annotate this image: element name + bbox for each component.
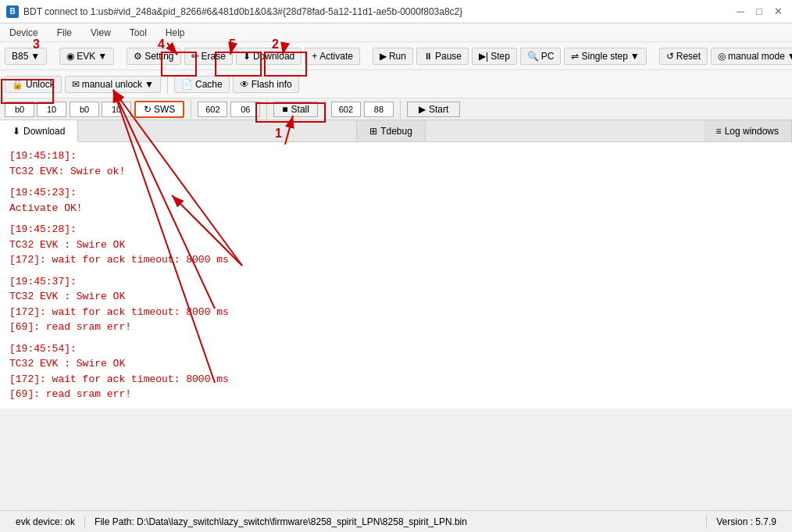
title-bar: B BDT connect to 1:usb#vid_248a&pid_8266… [0,0,792,23]
start-icon: ▶ [419,104,426,115]
pc-label: PC [541,51,555,62]
val-06: 06 [230,102,260,117]
download-tab-icon: ⬇ [12,126,20,137]
manual-unlock-button[interactable]: ✉ manual unlock ▼ [65,76,161,93]
tab-download[interactable]: ⬇ Download [0,120,78,142]
minimize-button[interactable]: ─ [733,4,748,20]
lock-icon: 🔓 [12,79,23,90]
pause-icon: ⏸ [423,51,433,62]
activate-icon: + [312,51,317,62]
evk-label: EVK [77,51,95,62]
single-step-icon: ⇌ [571,51,579,62]
erase-icon: ✏ [191,51,199,62]
app-icon: B [6,5,19,18]
manual-unlock-icon: ✉ [72,79,80,90]
menu-help[interactable]: Help [161,26,190,40]
evk-button[interactable]: ◉ EVK ▼ [59,48,114,65]
val-602-right: 602 [331,102,361,117]
separator8 [266,100,267,119]
erase-button[interactable]: ✏ Erase [184,48,233,65]
tdebug-tab-icon: ⊞ [369,126,377,137]
maximize-button[interactable]: □ [751,4,767,20]
step-label: Step [491,51,510,62]
menu-device[interactable]: Device [5,26,43,40]
download-tab-label: Download [23,126,65,137]
close-button[interactable]: ✕ [770,4,786,20]
menu-view[interactable]: View [86,26,116,40]
download-icon: ⬇ [243,51,251,62]
step-icon: ▶| [479,51,488,62]
menu-tool[interactable]: Tool [125,26,152,40]
ten-right-input[interactable] [102,102,131,117]
unlock-button[interactable]: 🔓 Unlock [5,76,62,93]
tab-bar: ⬇ Download ⊞ Tdebug ≡ Log windows [0,120,792,142]
setting-button[interactable]: ⚙ Setting [127,48,180,65]
cache-icon: 📄 [181,79,193,90]
window-controls: ─ □ ✕ [733,4,786,20]
evk-icon: ◉ [66,51,74,62]
single-step-label: Single step [581,51,627,62]
activate-label: Activate [319,51,353,62]
manual-unlock-label: manual unlock [82,79,142,90]
reset-icon: ↺ [666,51,674,62]
start-label: Start [429,104,448,115]
window-title: BDT connect to 1:usb#vid_248a&pid_8266#6… [23,6,462,17]
manual-mode-button[interactable]: ◎ manual mode ▼ [711,48,792,65]
reset-label: Reset [676,51,701,62]
single-step-dropdown-icon: ▼ [630,51,640,62]
start-button[interactable]: ▶ Start [407,102,460,117]
status-bar: ↻ SWS 602 06 ■ Stall 602 88 ▶ Start [0,98,792,120]
flash-info-button[interactable]: 👁 Flash info [233,76,299,93]
setting-label: Setting [144,51,173,62]
pause-label: Pause [435,51,462,62]
b85-button[interactable]: B85 ▼ [5,48,47,65]
ten-left-input[interactable] [37,102,66,117]
cache-button[interactable]: 📄 Cache [174,76,230,93]
val-88: 88 [364,102,394,117]
sws-button[interactable]: ↻ SWS [134,101,184,118]
activate-button[interactable]: + Activate [305,48,360,65]
stall-icon: ■ [282,104,287,115]
pc-button[interactable]: 🔍 PC [520,48,562,65]
separator7 [191,100,191,119]
flash-info-label: Flash info [252,79,292,90]
pause-button[interactable]: ⏸ Pause [416,48,469,65]
menu-bar: Device File View Tool Help [0,23,792,42]
b0-right-input[interactable] [70,102,99,117]
separator6 [167,75,168,94]
menu-file[interactable]: File [52,26,77,40]
setting-icon: ⚙ [134,51,142,62]
tab-tdebug[interactable]: ⊞ Tdebug [356,120,426,141]
sws-refresh-icon: ↻ [144,104,152,115]
unlock-label: Unlock [26,79,55,90]
file-path: File Path: D:\Data\lazy_switch\lazy_swit… [85,515,707,529]
download-button[interactable]: ⬇ Download [236,48,301,65]
stall-label: Stall [291,104,309,115]
manual-mode-dropdown-icon: ▼ [787,51,792,62]
evk-dropdown-icon: ▼ [98,51,107,62]
tab-log-windows[interactable]: ≡ Log windows [704,120,792,141]
run-icon: ▶ [380,51,387,62]
toolbar2: 🔓 Unlock ✉ manual unlock ▼ 📄 Cache 👁 Fla… [0,70,792,98]
b85-label: B85 [12,51,28,62]
stall-button[interactable]: ■ Stall [273,102,318,117]
pc-icon: 🔍 [527,51,539,62]
evk-status: evk device: ok [6,515,85,529]
log-windows-tab-icon: ≡ [716,126,722,137]
toolbar1: B85 ▼ ◉ EVK ▼ ⚙ Setting ✏ Erase ⬇ Downlo… [0,42,792,70]
b0-left-input[interactable] [5,102,34,117]
reset-button[interactable]: ↺ Reset [659,48,708,65]
erase-label: Erase [202,51,226,62]
run-button[interactable]: ▶ Run [373,48,413,65]
b85-dropdown-icon: ▼ [30,51,40,62]
single-step-button[interactable]: ⇌ Single step ▼ [564,48,646,65]
manual-mode-icon: ◎ [718,51,726,62]
manual-mode-label: manual mode [728,51,785,62]
tdebug-tab-label: Tdebug [380,126,412,137]
console-area[interactable]: [19:45:18]:TC32 EVK: Swire ok![19:45:23]… [0,142,792,409]
step-button[interactable]: ▶| Step [472,48,517,65]
group-b0-right [70,102,131,117]
separator10 [400,100,401,119]
separator9 [324,100,325,119]
flash-info-icon: 👁 [240,79,249,90]
